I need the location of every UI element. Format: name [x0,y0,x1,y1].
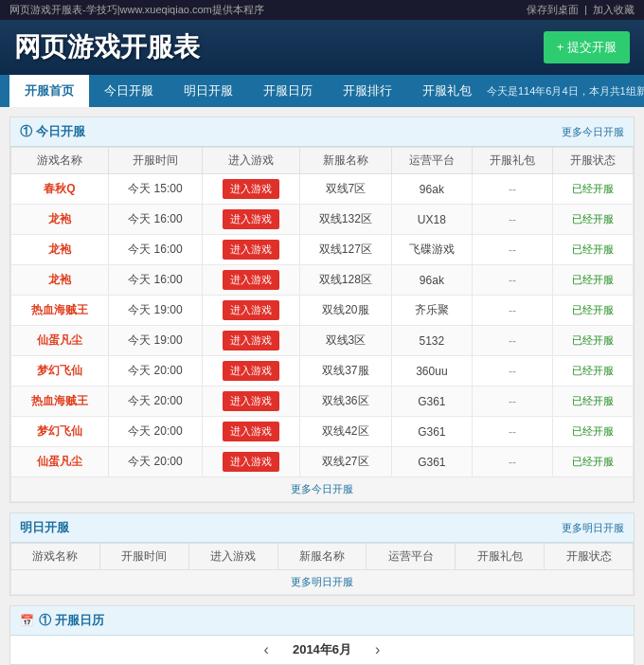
game-name-link[interactable]: 热血海贼王 [31,303,88,316]
nav: 开服首页 今日开服 明日开服 开服日历 开服排行 开服礼包 今天是114年6月4… [0,75,644,107]
enter-game-btn[interactable]: 进入游戏 [223,240,279,260]
table-row: 龙袍 今天 16:00 进入游戏 双线128区 96ak -- 已经开服 [11,265,634,296]
col-platform: 运营平台 [391,148,472,174]
today-section-header: ① 今日开服 更多今日开服 [10,117,634,147]
col-gift: 开服礼包 [472,148,552,174]
calendar-section: 📅 ① 开服日历 ‹ 2014年6月 › 日 一 二 三 四 五 六 123 [9,605,635,665]
game-name-link[interactable]: 热血海贼王 [31,394,88,407]
nav-item-ranking[interactable]: 开服排行 [328,75,407,107]
today-more-link[interactable]: 更多今日开服 [562,125,624,139]
nav-date: 今天是114年6月4日，本月共1组新服即将开启 [487,84,644,99]
status: 已经开服 [552,356,633,386]
game-name-link[interactable]: 仙蛋凡尘 [37,333,82,347]
nav-item-gift[interactable]: 开服礼包 [407,75,487,107]
enter-game-cell: 进入游戏 [202,205,299,235]
status: 已经开服 [552,326,633,356]
col-platform: 运营平台 [367,544,456,570]
today-table: 游戏名称 开服时间 进入游戏 新服名称 运营平台 开服礼包 开服状态 春秋Q 今… [10,147,634,502]
enter-game-btn[interactable]: 进入游戏 [223,300,279,320]
platform: 360uu [391,356,472,386]
enter-game-cell: 进入游戏 [202,386,299,417]
game-name-link[interactable]: 仙蛋凡尘 [37,455,82,468]
game-name: 仙蛋凡尘 [11,326,109,356]
top-bar: 网页游戏开服表-学技巧|www.xueqiqiao.com提供本程序 保存到桌面… [0,0,644,20]
game-name-link[interactable]: 龙袍 [48,243,71,256]
tomorrow-section-header: 明日开服 更多明日开服 [10,513,634,543]
area-name: 双线128区 [299,265,391,296]
tomorrow-more-link[interactable]: 更多明日开服 [562,521,624,535]
game-name-link[interactable]: 梦幻飞仙 [37,424,82,438]
open-time: 今天 20:00 [108,447,202,477]
col-enter-game: 进入游戏 [202,148,299,174]
enter-game-cell: 进入游戏 [202,235,299,265]
nav-item-today[interactable]: 今日开服 [89,75,169,107]
area-name: 双线42区 [299,417,391,447]
col-open-time: 开服时间 [99,544,188,570]
game-name: 龙袍 [11,265,109,296]
enter-game-btn[interactable]: 进入游戏 [223,361,279,381]
platform: G361 [391,447,472,477]
open-time: 今天 16:00 [108,265,202,296]
enter-game-btn[interactable]: 进入游戏 [223,209,279,229]
game-name: 春秋Q [11,174,109,205]
nav-item-home[interactable]: 开服首页 [9,75,89,107]
enter-game-cell: 进入游戏 [202,296,299,326]
game-name-link[interactable]: 龙袍 [48,212,71,225]
tomorrow-more-row[interactable]: 更多明日开服 [11,570,634,595]
open-time: 今天 19:00 [108,326,202,356]
tomorrow-table-header: 游戏名称 开服时间 进入游戏 新服名称 运营平台 开服礼包 开服状态 [11,544,634,570]
game-name-link[interactable]: 梦幻飞仙 [37,364,82,377]
enter-game-cell: 进入游戏 [202,265,299,296]
enter-game-btn[interactable]: 进入游戏 [223,422,279,441]
top-bar-right: 保存到桌面 | 加入收藏 [527,3,635,17]
area-name: 双线27区 [299,447,391,477]
game-name: 热血海贼王 [11,296,109,326]
platform: UX18 [391,205,472,235]
nav-item-tomorrow[interactable]: 明日开服 [169,75,248,107]
game-name-link[interactable]: 龙袍 [48,273,71,286]
enter-game-cell: 进入游戏 [202,447,299,477]
open-time: 今天 19:00 [108,296,202,326]
status: 已经开服 [552,265,633,296]
cal-prev-btn[interactable]: ‹ [259,641,274,658]
open-time: 今天 20:00 [108,356,202,386]
col-gift: 开服礼包 [456,544,545,570]
tomorrow-section: 明日开服 更多明日开服 游戏名称 开服时间 进入游戏 新服名称 运营平台 开服礼… [9,512,635,596]
today-section: ① 今日开服 更多今日开服 游戏名称 开服时间 进入游戏 新服名称 运营平台 开… [9,117,635,503]
game-name: 热血海贼王 [11,386,109,417]
today-more-row[interactable]: 更多今日开服 [11,477,634,502]
main-content: ① 今日开服 更多今日开服 游戏名称 开服时间 进入游戏 新服名称 运营平台 开… [0,107,644,665]
enter-game-btn[interactable]: 进入游戏 [223,391,279,411]
enter-game-cell: 进入游戏 [202,174,299,205]
table-row: 春秋Q 今天 15:00 进入游戏 双线7区 96ak -- 已经开服 [11,174,634,205]
col-area-name: 新服名称 [299,148,391,174]
col-game-name: 游戏名称 [11,544,100,570]
status: 已经开服 [552,386,633,417]
calendar-header-row: 📅 ① 开服日历 [10,606,634,636]
enter-game-btn[interactable]: 进入游戏 [223,179,279,199]
add-link[interactable]: 加入收藏 [593,4,635,15]
enter-game-btn[interactable]: 进入游戏 [223,270,279,290]
gift: -- [472,205,552,235]
cal-next-btn[interactable]: › [370,641,385,658]
platform: 5132 [391,326,472,356]
save-link[interactable]: 保存到桌面 [527,4,579,15]
platform: 96ak [391,265,472,296]
enter-game-btn[interactable]: 进入游戏 [223,452,279,472]
area-name: 双线3区 [299,326,391,356]
gift: -- [472,296,552,326]
col-game-name: 游戏名称 [11,148,109,174]
enter-game-cell: 进入游戏 [202,417,299,447]
enter-game-btn[interactable]: 进入游戏 [223,331,279,350]
nav-item-calendar[interactable]: 开服日历 [248,75,328,107]
table-row: 热血海贼王 今天 19:00 进入游戏 双线20服 齐乐聚 -- 已经开服 [11,296,634,326]
game-name-link[interactable]: 春秋Q [44,182,75,195]
table-row: 梦幻飞仙 今天 20:00 进入游戏 双线42区 G361 -- 已经开服 [11,417,634,447]
open-time: 今天 20:00 [108,386,202,417]
gift: -- [472,356,552,386]
area-name: 双线132区 [299,205,391,235]
today-table-header: 游戏名称 开服时间 进入游戏 新服名称 运营平台 开服礼包 开服状态 [11,148,634,174]
game-name: 梦幻飞仙 [11,356,109,386]
submit-label: + 提交开服 [557,39,617,56]
submit-button[interactable]: + 提交开服 [544,31,630,63]
